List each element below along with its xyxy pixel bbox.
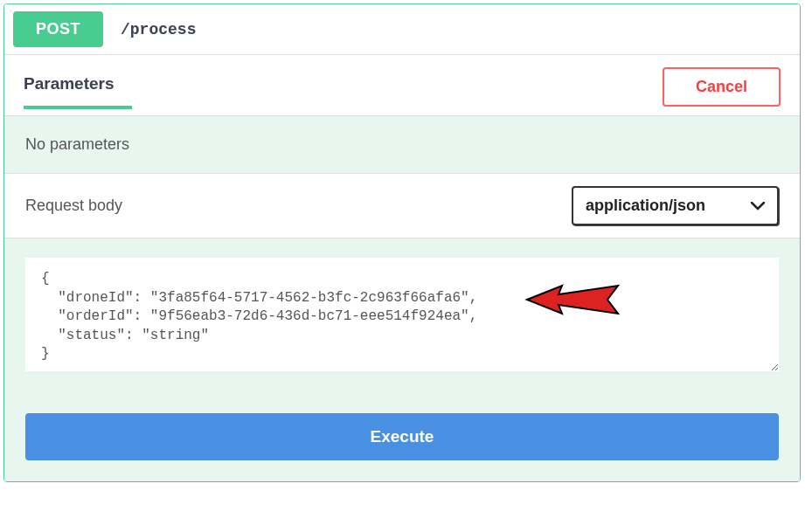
tab-parameters[interactable]: Parameters bbox=[24, 74, 132, 109]
request-body-header: Request body application/json bbox=[4, 174, 800, 238]
endpoint-path: /process bbox=[121, 21, 196, 38]
content-type-value: application/json bbox=[586, 197, 705, 215]
api-operation-panel: POST /process Parameters Cancel No param… bbox=[3, 3, 801, 482]
no-parameters-label: No parameters bbox=[25, 135, 129, 153]
request-body-area: Execute bbox=[4, 238, 800, 481]
no-parameters-section: No parameters bbox=[4, 116, 800, 174]
request-body-label: Request body bbox=[25, 197, 122, 215]
http-method-badge: POST bbox=[13, 11, 103, 47]
request-body-textarea[interactable] bbox=[25, 258, 779, 371]
chevron-down-icon bbox=[751, 202, 765, 211]
cancel-button[interactable]: Cancel bbox=[663, 67, 781, 107]
parameters-header-row: Parameters Cancel bbox=[4, 55, 800, 116]
execute-button[interactable]: Execute bbox=[25, 413, 779, 460]
content-type-dropdown[interactable]: application/json bbox=[572, 186, 779, 225]
textarea-wrapper bbox=[25, 258, 779, 375]
operation-header: POST /process bbox=[4, 4, 800, 55]
